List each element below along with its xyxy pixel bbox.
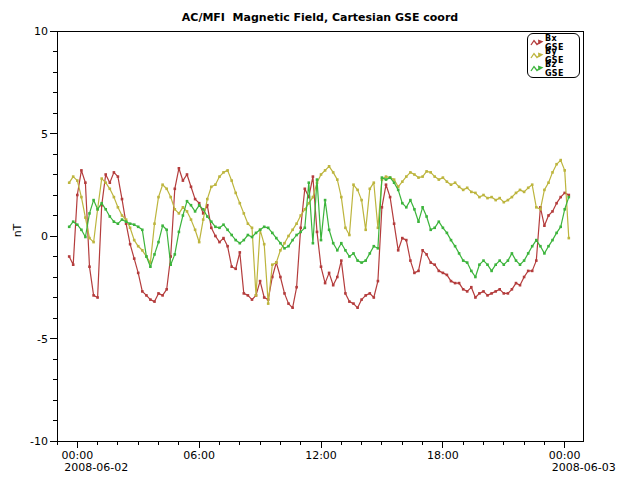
by-line-marker-icon — [530, 51, 544, 61]
svg-text:-5: -5 — [37, 333, 48, 346]
legend: Bx GSE By GSE Bz GSE — [527, 33, 580, 78]
bx-line-marker-icon — [530, 38, 544, 48]
svg-text:06:00: 06:00 — [183, 449, 215, 462]
bz-line-marker-icon — [530, 64, 544, 74]
svg-text:2008-06-02: 2008-06-02 — [64, 461, 128, 474]
magnetic-field-plot: AC/MFI Magnetic Field, Cartesian GSE coo… — [0, 0, 640, 480]
svg-text:18:00: 18:00 — [427, 449, 459, 462]
svg-text:0: 0 — [41, 230, 48, 243]
svg-text:-10: -10 — [30, 435, 48, 448]
svg-text:5: 5 — [41, 128, 48, 141]
svg-text:12:00: 12:00 — [305, 449, 337, 462]
legend-entry-bz: Bz GSE — [530, 62, 576, 75]
svg-text:10: 10 — [34, 25, 48, 38]
legend-label-bz: Bz GSE — [545, 60, 576, 78]
svg-text:2008-06-03: 2008-06-03 — [552, 461, 616, 474]
